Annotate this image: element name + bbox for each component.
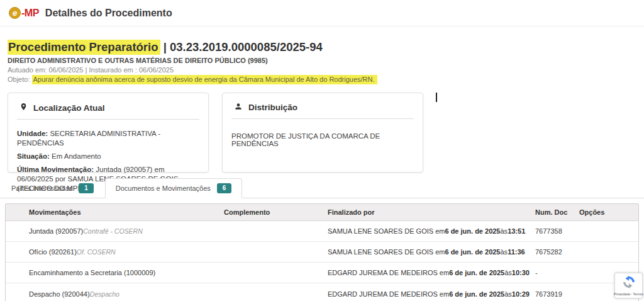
unidade-label: Unidade: [17, 130, 48, 137]
table-header-row: Movimentações Complemento Finalizado por… [6, 204, 638, 221]
recaptcha-badge[interactable]: Privacidade - Termos [614, 273, 643, 298]
table-row[interactable]: Juntada (920057)Contrafé - COSERN SAMUA … [6, 221, 638, 242]
tab-partes-label: Partes interessadas [11, 185, 72, 192]
objeto-label: Objeto: [8, 76, 30, 83]
objeto-value: Apurar denúncia anônima acerca de supost… [32, 75, 377, 84]
column-header-num-doc: Num. Doc [535, 208, 579, 216]
cell-num-doc: 7673919 [535, 290, 579, 298]
recaptcha-terms: Privacidade - Termos [614, 292, 643, 296]
procedure-dates: Autuado em: 06/06/2025 | Instaurado em :… [8, 66, 644, 74]
procedure-type: Procedimento Preparatório [8, 40, 160, 55]
logo-coin-icon: e [9, 7, 21, 19]
table-row[interactable]: Ofício (920261)Of. COSERN SAMUA LENE SOA… [6, 242, 638, 263]
recaptcha-icon [622, 275, 636, 292]
cell-finalizado-por: SAMUA LENE SOARES DE GOIS em6 de jun. de… [328, 248, 535, 256]
cell-movimentacao: Juntada (920057)Contrafé - COSERN [29, 227, 224, 235]
logo-mp-text: -MP [21, 8, 39, 19]
movimentacao-descricao: Contrafé - COSERN [83, 227, 143, 235]
procedure-objeto: Objeto: Apurar denúncia anônima acerca d… [8, 76, 644, 83]
distribuicao-value: PROMOTOR DE JUSTIÇA DA COMARCA DE PENDÊN… [231, 125, 414, 147]
column-header-complemento: Complemento [224, 208, 328, 216]
column-header-opcoes: Opções [579, 208, 638, 216]
movimentacao-descricao: Of. COSERN [77, 248, 116, 256]
ultima-movimentacao-label: Última Movimentação: [17, 166, 94, 173]
distribuicao-card: Distribuição PROMOTOR DE JUSTIÇA DA COMA… [222, 93, 423, 173]
cell-finalizado-por: EDGARD JUREMA DE MEDEIROS em6 de jun. de… [328, 290, 535, 298]
table-row[interactable]: Despacho (920044)Despacho EDGARD JUREMA … [6, 283, 638, 301]
page-title: Detalhes do Procedimento [45, 8, 172, 19]
cell-movimentacao: Ofício (920261)Of. COSERN [29, 248, 224, 256]
procedure-number: 03.23.2019.0000085/2025-94 [170, 40, 323, 54]
cell-finalizado-por: SAMUA LENE SOARES DE GOIS em6 de jun. de… [328, 227, 535, 235]
procedure-title: Procedimento Preparatório | 03.23.2019.0… [8, 40, 644, 54]
situacao-line: Situação: Em Andamento [17, 152, 199, 161]
cell-num-doc: 7675282 [535, 248, 579, 256]
situacao-label: Situação: [17, 152, 50, 160]
column-header-movimentacoes: Movimentações [29, 208, 224, 216]
app-header: e-MP Detalhes do Procedimento [0, 0, 644, 26]
distribuicao-card-title: Distribuição [248, 103, 297, 112]
cell-num-doc: 7677358 [535, 227, 579, 235]
procedure-separator: | [164, 40, 167, 54]
emp-logo: e-MP [9, 7, 39, 19]
tab-documentos-count-badge: 6 [217, 183, 232, 193]
tab-documentos-label: Documentos e Movimentações [116, 185, 211, 192]
localizacao-card-title: Localização Atual [33, 103, 105, 113]
movimentacao-descricao: Despacho [90, 290, 119, 298]
cell-movimentacao: Encaminhamento a Secretaria (1000009) [29, 269, 224, 276]
unidade-line: Unidade: SECRETARIA ADMINISTRATIVA - PEN… [17, 129, 199, 148]
situacao-value: Em Andamento [52, 152, 101, 160]
tab-partes-interessadas[interactable]: Partes interessadas 1 [11, 179, 104, 198]
tab-documentos-movimentacoes[interactable]: Documentos e Movimentações 6 [105, 178, 243, 198]
tab-bar: Partes interessadas 1 Documentos e Movim… [0, 179, 644, 198]
cell-num-doc: - [535, 269, 579, 276]
person-icon [234, 102, 243, 113]
column-header-finalizado-por: Finalizado por [328, 208, 535, 216]
localizacao-atual-card: Localização Atual Unidade: SECRETARIA AD… [8, 93, 209, 173]
procedure-category: DIREITO ADMINISTRATIVO E OUTRAS MATÉRIAS… [8, 57, 644, 64]
table-row[interactable]: Encaminhamento a Secretaria (1000009) ED… [6, 263, 638, 283]
cell-finalizado-por: EDGARD JUREMA DE MEDEIROS em6 de jun. de… [328, 269, 535, 276]
tab-partes-count-badge: 1 [79, 183, 94, 193]
text-caret [436, 93, 437, 102]
map-pin-icon [19, 102, 28, 113]
movements-table: Movimentações Complemento Finalizado por… [5, 203, 639, 301]
cell-movimentacao: Despacho (920044)Despacho [29, 290, 224, 298]
